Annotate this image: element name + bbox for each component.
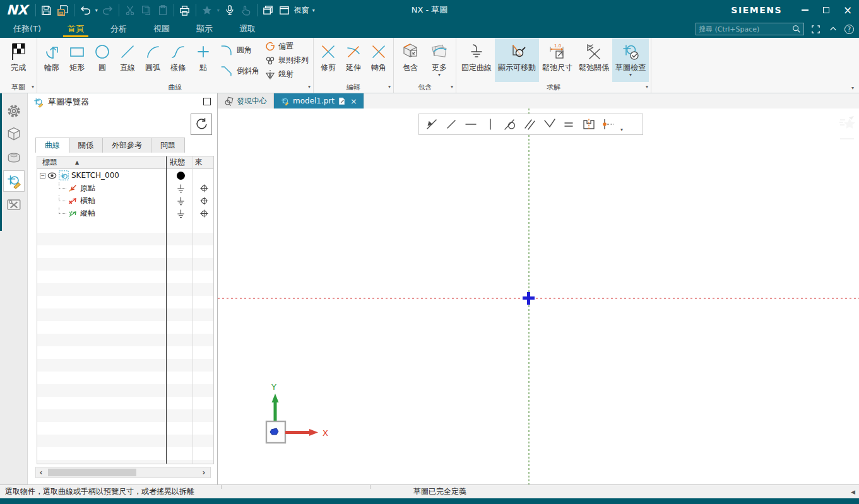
spline-button[interactable]: 樣條 [165, 38, 191, 82]
equal-constraint-icon[interactable] [559, 115, 578, 134]
tree-row-origin[interactable]: 原點 [37, 182, 213, 194]
column-divider[interactable] [166, 156, 167, 464]
window-menu-dropdown-arrow-icon[interactable]: ▾ [311, 8, 317, 13]
minimize-button[interactable] [797, 3, 812, 17]
scrollbar-thumb[interactable] [48, 469, 136, 476]
sketch-check-button[interactable]: 草圖檢查 ▾ [612, 38, 649, 82]
group-label-solve[interactable]: 求解 ▾ [456, 82, 651, 93]
perpendicular-constraint-icon[interactable] [539, 115, 559, 134]
window-menu-label[interactable]: 視窗 [294, 5, 309, 16]
save-icon[interactable] [39, 2, 55, 18]
midpoint-constraint-icon[interactable] [598, 115, 617, 134]
tab-analysis[interactable]: 分析 [97, 20, 140, 38]
toolbar-dropdown-arrow-icon[interactable]: ▾ [617, 127, 626, 134]
tab-curves[interactable]: 曲線 [35, 138, 69, 153]
collapse-expander-icon[interactable]: − [40, 173, 45, 179]
sort-ascending-icon[interactable]: ▲ [75, 160, 79, 165]
corner-button[interactable]: 轉角 [366, 38, 391, 82]
collinear-constraint-icon[interactable] [441, 115, 461, 134]
more-button[interactable]: 更多 ▾ [425, 38, 454, 82]
print-icon[interactable] [177, 2, 193, 18]
tab-discovery-center[interactable]: 發現中心 [218, 93, 274, 108]
group-dropdown-arrow-icon[interactable]: ▾ [451, 84, 453, 90]
group-label-curve[interactable]: 曲線 ▾ [37, 82, 313, 93]
tree-row-sketch[interactable]: − SKETCH_000 [37, 169, 213, 182]
scroll-right-icon[interactable]: › [199, 468, 209, 477]
origin-dot[interactable] [270, 428, 278, 435]
arc-button[interactable]: 圓弧 [140, 38, 165, 82]
cascade-windows-icon[interactable] [260, 2, 276, 18]
more-dropdown-arrow-icon[interactable]: ▾ [438, 72, 441, 78]
window-layout-icon[interactable] [276, 2, 293, 18]
rectangle-button[interactable]: 矩形 [64, 38, 90, 82]
sketch-canvas[interactable]: ▾ Y X [218, 108, 859, 484]
relax-dimension-button[interactable]: 1.0 鬆弛尺寸 [539, 38, 576, 82]
maximize-button[interactable] [819, 3, 834, 17]
tree-node-label[interactable]: 橫軸 [80, 196, 95, 206]
group-dropdown-arrow-icon[interactable]: ▾ [32, 84, 34, 90]
sidebar-item-assembly-navigator[interactable] [3, 124, 25, 145]
touch-gesture-icon[interactable] [238, 2, 254, 18]
sidebar-item-tools[interactable] [3, 194, 25, 215]
group-label-sketch[interactable]: 草圖 ▾ [0, 82, 37, 93]
tab-external-references[interactable]: 外部參考 [102, 138, 151, 153]
show-movable-button[interactable]: 顯示可移動 [495, 38, 539, 82]
y-axis-arrowhead[interactable] [272, 394, 279, 402]
vertical-constraint-icon[interactable] [480, 115, 500, 134]
relax-relation-button[interactable]: 鬆弛關係 [576, 38, 612, 82]
column-divider[interactable] [193, 156, 193, 464]
sketch-check-dropdown-arrow-icon[interactable]: ▾ [629, 72, 632, 78]
horizontal-datum-axis[interactable] [218, 298, 859, 299]
horizontal-constraint-icon[interactable] [461, 115, 480, 134]
x-axis-arrowhead[interactable] [309, 429, 318, 436]
chamfer-button[interactable]: 倒斜角 [216, 61, 262, 81]
fullscreen-icon[interactable] [809, 23, 822, 35]
tree-node-label[interactable]: 縱軸 [80, 208, 95, 219]
undo-dropdown-arrow-icon[interactable]: ▾ [93, 8, 100, 13]
tab-relations[interactable]: 關係 [69, 138, 103, 153]
close-button[interactable]: × [840, 3, 855, 17]
minimize-ribbon-chevron-icon[interactable] [827, 23, 839, 35]
group-dropdown-arrow-icon[interactable]: ▾ [388, 84, 391, 90]
group-label-edit[interactable]: 編輯 ▾ [314, 82, 393, 93]
tangent-constraint-icon[interactable] [500, 115, 519, 134]
column-status[interactable]: 狀態 [170, 157, 185, 168]
sidebar-item-roles[interactable] [3, 100, 25, 122]
mirror-button[interactable]: 鏡射 [262, 67, 311, 81]
close-tab-icon[interactable]: × [350, 97, 357, 106]
status-collapse-arrow-icon[interactable]: ◀ [851, 489, 855, 495]
offset-button[interactable]: 偏置 [262, 40, 311, 53]
x-axis-shaft[interactable] [285, 431, 309, 434]
point-button[interactable]: 點 [191, 38, 216, 82]
reset-button[interactable] [191, 114, 212, 135]
circle-button[interactable]: 圓 [90, 38, 115, 82]
column-title[interactable]: 標題 [37, 157, 57, 168]
search-input[interactable] [699, 25, 792, 33]
tab-display[interactable]: 顯示 [183, 20, 226, 38]
fillet-button[interactable]: 圓角 [216, 40, 262, 60]
column-source[interactable]: 來 [195, 157, 203, 168]
finish-sketch-button[interactable]: 完成 [2, 38, 35, 82]
sketch-origin-point[interactable] [523, 296, 535, 300]
line-button[interactable]: 直線 [115, 38, 140, 82]
sidebar-item-sketch-navigator[interactable] [3, 170, 25, 192]
visibility-eye-icon[interactable] [47, 171, 57, 180]
coincident-constraint-icon[interactable] [422, 115, 441, 134]
tree-node-label[interactable]: SKETCH_000 [71, 171, 119, 180]
help-icon[interactable]: ? [844, 25, 854, 34]
scroll-left-icon[interactable]: ‹ [36, 468, 46, 477]
tab-model1-prt[interactable]: model1.prt × [274, 93, 364, 108]
tree-row-horizontal-axis[interactable]: 橫軸 [37, 194, 213, 207]
group-label-include[interactable]: 包含 ▾ [394, 82, 456, 93]
undo-icon[interactable] [77, 2, 93, 18]
tab-task[interactable]: 任務(T) [0, 20, 54, 38]
command-search-box[interactable] [696, 23, 804, 35]
save-as-icon[interactable] [55, 2, 71, 18]
tab-problems[interactable]: 問題 [151, 138, 185, 153]
symmetric-constraint-icon[interactable] [578, 115, 598, 134]
sidebar-item-part-navigator[interactable] [3, 147, 25, 168]
group-dropdown-arrow-icon[interactable]: ▾ [646, 84, 648, 90]
tree-row-vertical-axis[interactable]: 縱軸 [37, 207, 213, 220]
profile-button[interactable]: 輪廓 [39, 38, 64, 82]
tab-view[interactable]: 視圖 [140, 20, 183, 38]
